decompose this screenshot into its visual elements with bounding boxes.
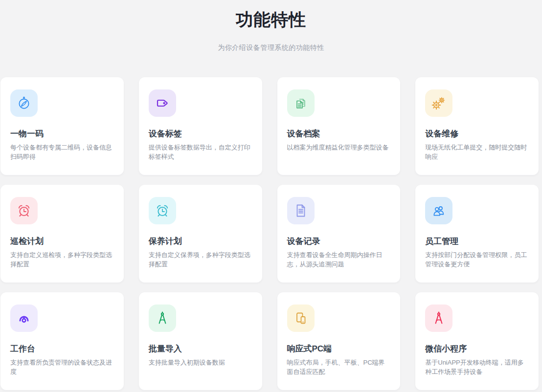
section-title: 功能特性 [0, 8, 542, 31]
alarm-clock-icon [10, 197, 38, 224]
card-title: 设备维修 [425, 128, 529, 139]
feature-card-responsive-pc: 响应式PC端 响应式布局，手机、平板、PC端界面自适应匹配 [277, 292, 401, 390]
card-description: 支持查看设备全生命周期内操作日志，从源头追溯问题 [287, 251, 391, 269]
feature-card-workbench: 工作台 支持查看所负责管理的设备状态及进度 [0, 292, 124, 390]
card-title: 巡检计划 [10, 236, 114, 247]
card-title: 保养计划 [149, 236, 252, 247]
card-description: 支持查看所负责管理的设备状态及进度 [10, 358, 114, 377]
card-title: 一物一码 [10, 128, 114, 139]
card-description: 支持自定义保养项，多种字段类型选择配置 [149, 251, 252, 269]
card-title: 设备标签 [149, 128, 252, 139]
feature-card-device-label: 设备标签 提供设备标签数据导出，自定义打印标签样式 [139, 77, 262, 175]
card-title: 设备记录 [287, 236, 391, 247]
card-description: 现场无纸化工单提交，随时提交随时响应 [425, 143, 529, 162]
feature-card-maintenance-plan: 保养计划 支持自定义保养项，多种字段类型选择配置 [139, 185, 262, 283]
card-description: 支持自定义巡检项，多种字段类型选择配置 [10, 251, 114, 269]
devices-icon [287, 305, 315, 332]
alarm-clock-icon [149, 197, 176, 224]
card-description: 支持按部门分配设备管理权限，员工管理设备更方便 [425, 251, 529, 269]
card-description: 基于UniAPP开发移动终端，适用多种工作场景手持设备 [425, 358, 529, 377]
feature-card-grid: 一物一码 每个设备都有专属二维码，设备信息扫码即得 设备标签 提供设备标签数据导… [0, 77, 542, 390]
tag-icon [149, 89, 176, 117]
feature-card-inspection-plan: 巡检计划 支持自定义巡检项，多种字段类型选择配置 [0, 185, 124, 283]
gears-icon [425, 89, 452, 117]
feature-card-one-object-one-code: 一物一码 每个设备都有专属二维码，设备信息扫码即得 [0, 77, 124, 175]
card-description: 以档案为维度精益化管理多类型设备 [287, 143, 391, 152]
card-title: 员工管理 [425, 236, 529, 247]
card-title: 批量导入 [149, 343, 252, 354]
section-subtitle: 为你介绍设备管理系统的功能特性 [0, 44, 542, 52]
compass-icon [10, 89, 38, 117]
card-description: 响应式布局，手机、平板、PC端界面自适应匹配 [287, 358, 391, 377]
card-description: 支持批量导入初期设备数据 [149, 358, 252, 368]
section-header: 功能特性 为你介绍设备管理系统的功能特性 [0, 0, 542, 77]
card-description: 每个设备都有专属二维码，设备信息扫码即得 [10, 143, 114, 162]
feature-card-device-repair: 设备维修 现场无纸化工单提交，随时提交随时响应 [415, 77, 539, 175]
drafting-compass-icon [425, 305, 452, 332]
feature-card-employee-management: 员工管理 支持按部门分配设备管理权限，员工管理设备更方便 [415, 185, 539, 283]
gauge-icon [10, 305, 38, 332]
card-title: 微信小程序 [425, 343, 529, 354]
documents-icon [287, 89, 315, 117]
document-icon [287, 197, 315, 224]
card-description: 提供设备标签数据导出，自定义打印标签样式 [149, 143, 252, 162]
card-title: 响应式PC端 [287, 343, 391, 354]
feature-card-wechat-miniprogram: 微信小程序 基于UniAPP开发移动终端，适用多种工作场景手持设备 [415, 292, 539, 390]
feature-card-device-archive: 设备档案 以档案为维度精益化管理多类型设备 [277, 77, 401, 175]
people-icon [425, 197, 452, 224]
feature-card-device-records: 设备记录 支持查看设备全生命周期内操作日志，从源头追溯问题 [277, 185, 401, 283]
card-title: 设备档案 [287, 128, 391, 139]
card-title: 工作台 [10, 343, 114, 354]
drafting-compass-icon [149, 305, 176, 332]
feature-card-batch-import: 批量导入 支持批量导入初期设备数据 [139, 292, 262, 390]
